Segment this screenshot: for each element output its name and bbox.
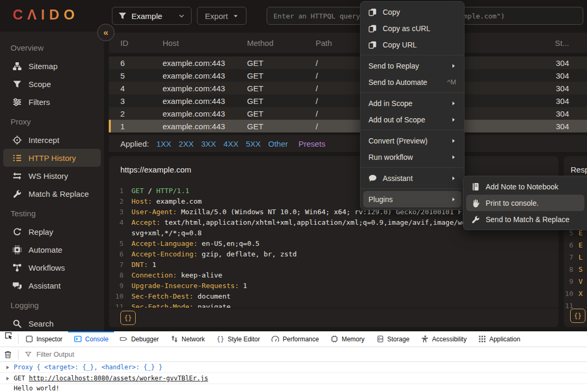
line-number: 7 xyxy=(109,260,124,270)
context-menu-item-send-to-automate[interactable]: Send to Automate^M xyxy=(363,74,461,90)
cell-id: 2 xyxy=(109,109,163,118)
sidebar-item-scope[interactable]: Scope xyxy=(3,75,101,93)
sidebar-item-http-history[interactable]: HTTP History xyxy=(3,149,101,167)
request-line: 11Sec-Fetch-Mode: navigate xyxy=(109,302,558,308)
project-selector-label: Example xyxy=(131,12,162,21)
devtools-tab-network[interactable]: Network xyxy=(165,331,211,347)
sidebar-section-testing: Testing xyxy=(0,205,104,223)
line-number: 6 xyxy=(564,239,573,251)
funnel-icon xyxy=(118,12,127,20)
table-row[interactable]: 2example.com:443GET/304 xyxy=(109,107,587,120)
divider xyxy=(18,350,18,359)
filter-2xx[interactable]: 2XX xyxy=(179,139,194,148)
filter-3xx[interactable]: 3XX xyxy=(201,139,216,148)
expand-triangle-icon[interactable] xyxy=(5,376,10,381)
context-menu-item-copy-as-curl[interactable]: Copy as cURL xyxy=(363,20,461,36)
storage-icon xyxy=(376,335,384,343)
filter-5xx[interactable]: 5XX xyxy=(246,139,261,148)
context-menu-item-copy-url[interactable]: Copy URL xyxy=(363,36,461,53)
sidebar-item-automate[interactable]: Automate xyxy=(3,241,101,259)
context-menu-item-send-to-replay[interactable]: Send to Replay xyxy=(363,58,461,74)
presets-link[interactable]: Presets xyxy=(299,139,326,148)
request-prettify-button[interactable]: {} xyxy=(120,311,136,325)
context-menu-item-add-out-of-scope[interactable]: Add out of Scope xyxy=(363,111,461,128)
devtools-tab-bar: InspectorConsoleDebuggerNetwork{}Style E… xyxy=(0,331,587,347)
console-row-log: Hello world! xyxy=(0,384,587,392)
caret-down-icon xyxy=(233,13,239,19)
devtools-panel: InspectorConsoleDebuggerNetwork{}Style E… xyxy=(0,331,587,392)
sidebar-item-assistant[interactable]: Assistant xyxy=(3,276,101,294)
context-menu-item-copy[interactable]: Copy xyxy=(363,4,461,20)
submenu-arrow-icon xyxy=(451,63,456,69)
devtools-tab-label: Inspector xyxy=(36,336,62,343)
request-line: 5Accept-Language: en-US,en;q=0.5 xyxy=(109,238,558,249)
line-number xyxy=(109,228,124,238)
request-url-link[interactable]: http://localhost:8080/assets/worker-gvvT… xyxy=(29,375,209,382)
context-menu-item-run-workflow[interactable]: Run workflow xyxy=(363,149,461,165)
sidebar-item-workflows[interactable]: Workflows xyxy=(3,259,101,276)
applied-filters-bar: Applied: 1XX2XX3XX4XX5XXOther Presets xyxy=(109,135,587,152)
table-row[interactable]: 6example.com:443GET/304 xyxy=(109,56,587,69)
line-number: 3 xyxy=(109,207,124,217)
submenu-arrow-icon xyxy=(451,197,456,202)
response-prettify-button[interactable]: {} xyxy=(570,309,585,323)
menu-separator xyxy=(361,188,464,189)
code-segment: 1 xyxy=(148,260,156,270)
console-row-object: Proxy { <target>: {_}, <handler>: {_} } xyxy=(0,362,587,373)
submenu-item-print-to-console[interactable]: Print to console. xyxy=(466,195,584,211)
table-row[interactable]: 4example.com:443GET/304 xyxy=(109,82,587,94)
expand-triangle-icon[interactable] xyxy=(5,365,10,370)
response-editor[interactable]: 5E6E7L8S9V10X11 xyxy=(564,227,587,312)
menu-item-label: Send to Automate xyxy=(368,78,427,87)
devtools-tab-application[interactable]: Application xyxy=(472,331,526,347)
sidebar-item-search[interactable]: Search xyxy=(3,314,101,332)
context-menu-item-plugins[interactable]: Plugins xyxy=(363,191,461,207)
cell-status: 304 xyxy=(527,84,569,93)
devtools-tab-label: Memory xyxy=(342,336,364,343)
table-row[interactable]: 5example.com:443GET/304 xyxy=(109,69,587,82)
devtools-tab-memory[interactable]: Memory xyxy=(325,331,370,347)
swap-icon xyxy=(13,171,22,180)
sidebar-item-intercept[interactable]: Intercept xyxy=(3,131,101,149)
context-menu-item-convert-preview[interactable]: Convert (Preview) xyxy=(363,132,461,149)
devtools-tab-debugger[interactable]: Debugger xyxy=(114,331,165,347)
export-button[interactable]: Export xyxy=(197,7,247,25)
braces-icon: {} xyxy=(216,335,224,343)
sidebar-item-replay[interactable]: Replay xyxy=(3,223,101,241)
devtools-tab-style-editor[interactable]: {}Style Editor xyxy=(211,331,266,347)
devtools-tab-accessibility[interactable]: Accessibility xyxy=(415,331,472,347)
line-number: 10 xyxy=(109,291,124,302)
filter-funnel-icon xyxy=(25,351,32,358)
request-line: 10Sec-Fetch-Dest: document xyxy=(109,291,558,302)
pick-element-icon[interactable] xyxy=(0,331,17,340)
devtools-tab-console[interactable]: Console xyxy=(68,331,114,347)
devtools-tab-inspector[interactable]: Inspector xyxy=(20,331,68,347)
sidebar-item-sitemap[interactable]: Sitemap xyxy=(3,57,101,75)
sidebar-item-label: Assistant xyxy=(29,281,61,290)
submenu-item-add-note-to-notebook[interactable]: Add Note to Notebook xyxy=(466,178,584,195)
devtools-tab-storage[interactable]: Storage xyxy=(371,331,415,347)
clear-console-trash-icon[interactable] xyxy=(0,350,16,359)
filter-other[interactable]: Other xyxy=(268,139,288,148)
sidebar-item-match-replace[interactable]: Match & Replace xyxy=(3,185,101,203)
filter-1xx[interactable]: 1XX xyxy=(156,139,171,148)
submenu-item-send-to-match-replace[interactable]: Send to Match & Replace xyxy=(466,211,584,227)
console-log-text: Hello world! xyxy=(14,385,60,392)
devtools-tab-label: Network xyxy=(182,336,205,343)
project-selector[interactable]: Example xyxy=(112,7,192,25)
sidebar-item-filters[interactable]: Filters xyxy=(3,93,101,111)
context-menu-item-add-in-scope[interactable]: Add in Scope xyxy=(363,95,461,111)
performance-icon xyxy=(271,335,279,343)
filter-output-input[interactable] xyxy=(35,350,194,359)
devtools-tab-performance[interactable]: Performance xyxy=(266,331,325,347)
filter-4xx[interactable]: 4XX xyxy=(223,139,238,148)
plugins-submenu: Add Note to NotebookPrint to console.Sen… xyxy=(463,176,587,230)
sidebar-collapse-button[interactable]: « xyxy=(97,24,115,41)
sidebar-item-ws-history[interactable]: WS History xyxy=(3,167,101,185)
devtools-tab-label: Performance xyxy=(282,336,319,343)
filter-code-list: 1XX2XX3XX4XX5XXOther xyxy=(156,139,288,148)
column-header-id: ID xyxy=(109,39,163,47)
table-row[interactable]: 1example.com:443GET/304 xyxy=(109,120,587,132)
context-menu-item-assistant[interactable]: Assistant xyxy=(363,170,461,186)
table-row[interactable]: 3example.com:443GET/304 xyxy=(109,94,587,107)
